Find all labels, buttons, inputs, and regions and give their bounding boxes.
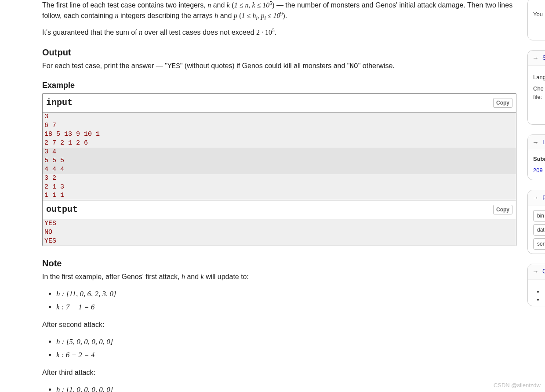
sidebar-user-block: You <box>527 0 545 40</box>
output-heading: Output <box>42 46 516 59</box>
sidebar-user-label: You <box>533 10 545 19</box>
example-input-body[interactable]: 36 718 5 13 9 10 12 7 2 1 2 63 45 5 54 4… <box>43 113 516 200</box>
example-output-label: output <box>46 203 493 216</box>
tag-chip[interactable]: dat <box>533 224 545 236</box>
example-input-label: input <box>46 96 493 109</box>
last-submissions-subhead: Subm <box>533 155 545 163</box>
input-desc-nk: The first line of each test case contain… <box>42 0 516 21</box>
note-step1: h : [11, 0, 6, 2, 3, 0] k : 7 − 1 = 6 <box>46 288 516 312</box>
sidebar-submit-head[interactable]: → S <box>528 51 545 66</box>
example-input-block: input Copy 36 718 5 13 9 10 12 7 2 1 2 6… <box>42 93 516 246</box>
note-intro: In the first example, after Genos' first… <box>42 272 516 282</box>
list-item: h : [1, 0, 0, 0, 0, 0] <box>56 384 516 392</box>
example-output-body[interactable]: YESNOYES <box>43 219 516 246</box>
list-item: k : 7 − 1 = 6 <box>56 301 516 313</box>
note-heading: Note <box>42 257 516 270</box>
sidebar-last-head[interactable]: → L <box>528 135 545 151</box>
sidebar-announce-block: → C <box>527 264 545 307</box>
arrow-right-icon: → <box>532 138 539 148</box>
arrow-right-icon: → <box>532 267 539 277</box>
note-step3: h : [1, 0, 0, 0, 0, 0] <box>46 384 516 392</box>
tag-chip[interactable]: bin <box>533 210 545 221</box>
copy-output-button[interactable]: Copy <box>493 205 512 214</box>
watermark: CSDN @silentzdw <box>494 381 541 390</box>
submit-lang-label: Lang <box>533 73 545 82</box>
sidebar: You → S Lang Cho file: → L Subm 209 <box>527 0 545 316</box>
example-heading: Example <box>42 80 516 91</box>
sidebar-announce-head[interactable]: → C <box>528 264 545 280</box>
arrow-right-icon: → <box>532 53 539 63</box>
note-after2: After second attack: <box>42 319 516 330</box>
input-desc-sum: It's guaranteed that the sum of n over a… <box>42 27 516 38</box>
arrow-right-icon: → <box>532 193 539 203</box>
main-content: The first line of each test case contain… <box>0 0 516 392</box>
sidebar-submit-block: → S Lang Cho file: <box>527 50 545 125</box>
note-step2: h : [5, 0, 0, 0, 0, 0] k : 6 − 2 = 4 <box>46 336 516 360</box>
submit-file-label: Cho file: <box>533 84 545 102</box>
note-after3: After third attack: <box>42 367 516 378</box>
sidebar-tags-block: → P bin dat sor <box>527 190 545 254</box>
sidebar-last-submissions-block: → L Subm 209 <box>527 134 545 181</box>
list-item: h : [5, 0, 0, 0, 0, 0] <box>56 336 516 348</box>
list-item: h : [11, 0, 6, 2, 3, 0] <box>56 288 516 300</box>
announce-list <box>537 287 545 298</box>
copy-input-button[interactable]: Copy <box>493 98 512 108</box>
output-desc: For each test case, print the answer — "… <box>42 61 516 72</box>
sidebar-tags-head[interactable]: → P <box>528 190 545 206</box>
list-item: k : 6 − 2 = 4 <box>56 349 516 361</box>
tag-chip[interactable]: sor <box>533 238 545 250</box>
submission-link[interactable]: 209 <box>533 167 543 174</box>
